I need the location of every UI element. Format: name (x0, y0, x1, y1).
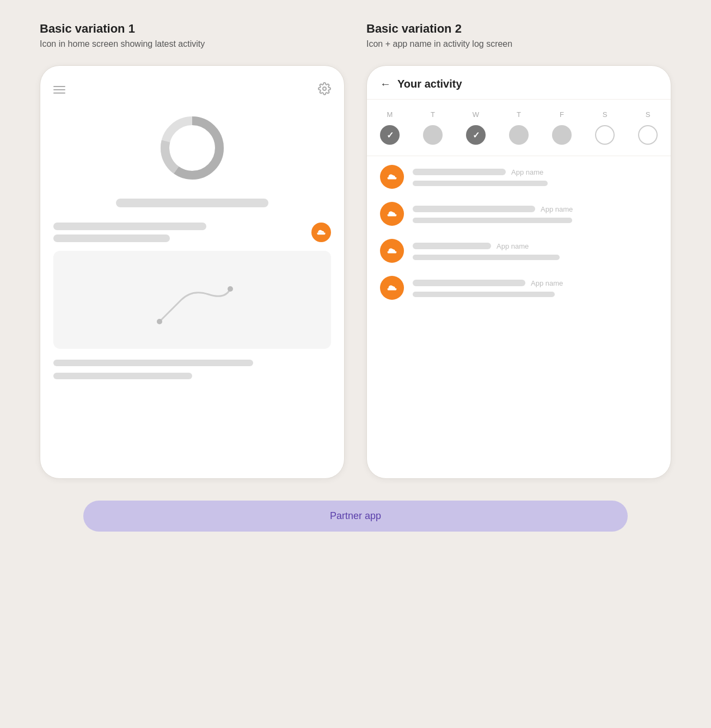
activity-item-3: App name (380, 239, 658, 263)
activity-sub-bar-1 (413, 181, 548, 186)
activity-item-1: App name (380, 165, 658, 189)
center-placeholder-bar (116, 199, 269, 207)
donut-chart-container (53, 113, 331, 183)
day-circle-T1[interactable] (423, 125, 443, 145)
donut-chart (157, 113, 228, 183)
days-labels-row: M T W T F S S (380, 110, 658, 119)
activity-name-bar-3 (413, 243, 491, 249)
shoe-icon-4 (386, 282, 398, 294)
svg-point-0 (323, 87, 326, 90)
variation-2-block: Basic variation 2 Icon + app name in act… (366, 22, 671, 479)
app-name-label-2: App name (541, 205, 573, 213)
variation-1-subtitle: Icon in home screen showing latest activ… (40, 39, 345, 49)
map-path-svg (138, 256, 247, 343)
variation-1-title: Basic variation 1 (40, 22, 345, 36)
day-circle-S1[interactable] (595, 125, 615, 145)
activity-sub-bar-2 (413, 218, 572, 223)
partner-app-label: Partner app (330, 510, 381, 521)
activity-sub-bar-4 (413, 292, 555, 297)
day-label-F: F (552, 110, 572, 119)
activity-text-4: App name (413, 279, 658, 297)
variation-2-subtitle: Icon + app name in activity log screen (366, 39, 671, 49)
app-name-label-3: App name (497, 242, 529, 250)
day-label-T1: T (423, 110, 443, 119)
activity-list: App name (367, 156, 671, 322)
app-name-label-4: App name (531, 279, 563, 287)
bottom-bar-long (53, 360, 253, 366)
shoe-icon-3 (386, 245, 398, 257)
activity-icon-3 (380, 239, 404, 263)
activity-badge[interactable] (311, 223, 331, 242)
bottom-bar-short (53, 373, 192, 379)
day-circle-S2[interactable] (638, 125, 658, 145)
svg-point-5 (228, 286, 233, 292)
day-label-S1: S (595, 110, 615, 119)
day-label-T2: T (509, 110, 529, 119)
svg-point-4 (157, 319, 162, 324)
activity-name-bar-2 (413, 206, 535, 212)
day-circle-M[interactable]: ✓ (380, 125, 400, 145)
activity-name-row-4: App name (413, 279, 658, 287)
list-bar-medium (53, 235, 170, 242)
day-circle-W[interactable]: ✓ (466, 125, 486, 145)
gear-icon[interactable] (318, 82, 331, 97)
day-circles-row: ✓ ✓ (380, 125, 658, 145)
hamburger-icon[interactable] (53, 86, 65, 94)
days-section: M T W T F S S ✓ ✓ (367, 100, 671, 156)
day-label-S2: S (638, 110, 658, 119)
activity-text-1: App name (413, 168, 658, 186)
activity-item-2: App name (380, 202, 658, 226)
activity-text-3: App name (413, 242, 658, 260)
activity-icon-4 (380, 276, 404, 300)
activity-name-row-3: App name (413, 242, 658, 250)
activity-name-row-2: App name (413, 205, 658, 213)
variation-1-block: Basic variation 1 Icon in home screen sh… (40, 22, 345, 479)
activity-item-4: App name (380, 276, 658, 300)
v2-header: ← Your activity (367, 66, 671, 100)
partner-app-bar: Partner app (83, 501, 628, 532)
activity-name-bar-4 (413, 280, 525, 286)
day-label-W: W (466, 110, 486, 119)
shoe-icon-2 (386, 208, 398, 220)
list-bar-long (53, 223, 206, 230)
variation-2-phone: ← Your activity M T W T F S S ✓ ✓ (366, 65, 671, 479)
variation-1-phone (40, 65, 345, 479)
activity-name-row-1: App name (413, 168, 658, 176)
variation-2-title: Basic variation 2 (366, 22, 671, 36)
activity-icon-2 (380, 202, 404, 226)
day-label-M: M (380, 110, 400, 119)
activity-sub-bar-3 (413, 255, 560, 260)
day-circle-T2[interactable] (509, 125, 529, 145)
back-button[interactable]: ← (380, 78, 391, 90)
activity-name-bar-1 (413, 169, 506, 175)
v1-list-section (53, 223, 331, 242)
activity-icon-1 (380, 165, 404, 189)
map-area (53, 251, 331, 349)
shoe-icon (316, 227, 327, 238)
activity-text-2: App name (413, 205, 658, 223)
shoe-icon-1 (386, 171, 398, 183)
app-name-label-1: App name (511, 168, 543, 176)
screen-title: Your activity (397, 78, 462, 90)
v1-header (53, 82, 331, 97)
day-circle-F[interactable] (552, 125, 572, 145)
